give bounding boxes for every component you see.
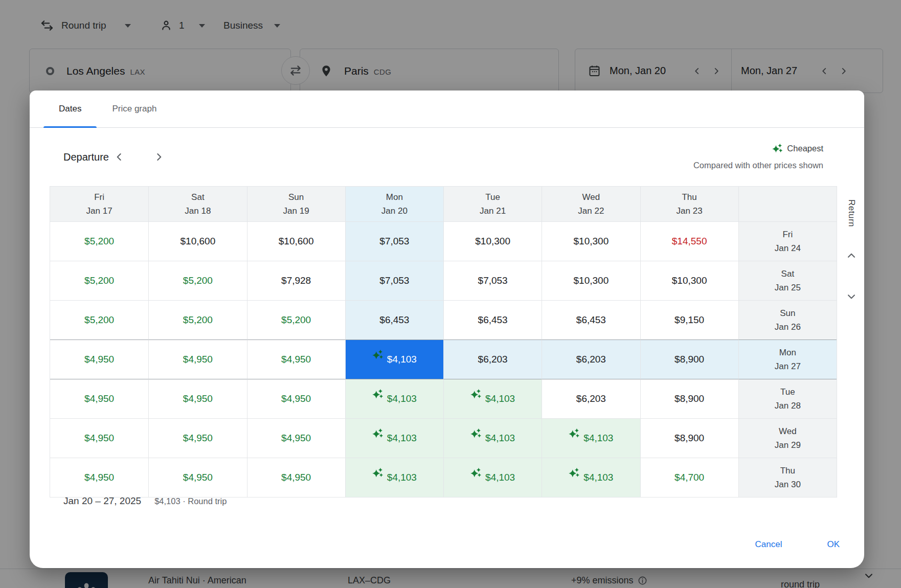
- price-cell[interactable]: $4,950: [50, 418, 148, 458]
- return-date-label: FriJan 24: [738, 221, 837, 261]
- price-cell[interactable]: $4,103: [345, 379, 443, 418]
- price-cell[interactable]: $4,950: [50, 379, 148, 418]
- departure-date-header: SunJan 19: [247, 187, 345, 221]
- departure-prev-week-button[interactable]: [109, 147, 129, 167]
- price-cell[interactable]: $10,300: [640, 261, 738, 300]
- price-cell[interactable]: $5,200: [50, 221, 148, 261]
- departure-date-header: MonJan 20: [345, 187, 443, 221]
- cheapest-sparkle-icon: [569, 428, 580, 439]
- departure-date-header: ThuJan 23: [640, 187, 738, 221]
- return-date-label: SatJan 25: [738, 261, 837, 300]
- price-cell[interactable]: $7,053: [345, 221, 443, 261]
- tab-price-graph[interactable]: Price graph: [97, 91, 172, 127]
- departure-date-header: FriJan 17: [50, 187, 148, 221]
- selection-summary: Jan 20 – 27, 2025 $4,103 · Round trip: [63, 495, 227, 507]
- ok-button[interactable]: OK: [819, 534, 848, 555]
- cheapest-sparkle-icon: [372, 428, 384, 439]
- price-cell[interactable]: $4,103: [443, 379, 542, 418]
- price-cell[interactable]: $4,950: [247, 458, 345, 497]
- price-cell[interactable]: $4,950: [50, 340, 148, 379]
- departure-date-header: WedJan 22: [542, 187, 640, 221]
- cheapest-legend: Cheapest Compared with other prices show…: [693, 140, 823, 174]
- return-date-label: TueJan 28: [738, 379, 837, 418]
- date-picker-dialog: Dates Price graph Departure Cheapest Com…: [30, 91, 864, 568]
- price-cell[interactable]: $4,950: [247, 340, 345, 379]
- price-cell[interactable]: $4,950: [50, 458, 148, 497]
- price-cell[interactable]: $4,950: [148, 379, 246, 418]
- return-date-label: SunJan 26: [738, 300, 837, 340]
- return-rail: Return: [839, 186, 864, 307]
- sparkle-icon: [772, 143, 783, 154]
- dialog-tabs: Dates Price graph: [30, 91, 864, 128]
- price-cell[interactable]: $4,950: [148, 458, 246, 497]
- price-cell[interactable]: $6,203: [443, 340, 542, 379]
- price-cell[interactable]: $5,200: [50, 300, 148, 340]
- price-cell[interactable]: $4,103: [542, 418, 640, 458]
- selected-price-cell[interactable]: $4,103: [345, 340, 443, 379]
- return-date-label: ThuJan 30: [738, 458, 837, 497]
- price-cell[interactable]: $8,900: [640, 379, 738, 418]
- price-cell[interactable]: $4,950: [247, 418, 345, 458]
- selected-price-summary: $4,103 · Round trip: [154, 496, 227, 506]
- price-cell[interactable]: $4,103: [542, 458, 640, 497]
- price-cell[interactable]: $8,900: [640, 418, 738, 458]
- return-axis-label: Return: [846, 199, 857, 227]
- return-date-label: WedJan 29: [738, 418, 837, 458]
- return-next-week-button[interactable]: [841, 286, 862, 307]
- screen: Round trip 1 Business Los AngelesLAX: [0, 0, 901, 588]
- cheapest-sparkle-icon: [372, 467, 384, 479]
- price-cell[interactable]: $10,300: [542, 221, 640, 261]
- price-cell[interactable]: $5,200: [148, 261, 246, 300]
- departure-next-week-button[interactable]: [149, 147, 169, 167]
- price-cell[interactable]: $10,600: [247, 221, 345, 261]
- price-cell[interactable]: $5,200: [50, 261, 148, 300]
- selected-date-range: Jan 20 – 27, 2025: [63, 495, 141, 507]
- price-cell[interactable]: $4,700: [640, 458, 738, 497]
- price-cell[interactable]: $4,103: [443, 458, 542, 497]
- price-cell[interactable]: $6,453: [443, 300, 542, 340]
- return-prev-week-button[interactable]: [841, 245, 862, 266]
- price-cell[interactable]: $5,200: [148, 300, 246, 340]
- price-cell[interactable]: $4,103: [345, 458, 443, 497]
- departure-heading: Departure: [63, 151, 109, 163]
- price-cell[interactable]: $5,200: [247, 300, 345, 340]
- cheapest-sparkle-icon: [470, 428, 482, 439]
- price-cell[interactable]: $4,950: [148, 340, 246, 379]
- price-cell[interactable]: $6,453: [542, 300, 640, 340]
- price-cell[interactable]: $4,103: [345, 418, 443, 458]
- cancel-button[interactable]: Cancel: [747, 534, 791, 555]
- cheapest-sparkle-icon: [569, 467, 580, 479]
- price-calendar-grid: FriJan 17SatJan 18SunJan 19MonJan 20TueJ…: [50, 186, 837, 497]
- departure-date-header: TueJan 21: [443, 187, 542, 221]
- price-cell[interactable]: $6,203: [542, 340, 640, 379]
- cheapest-sparkle-icon: [372, 349, 384, 360]
- price-cell[interactable]: $8,900: [640, 340, 738, 379]
- return-date-label: MonJan 27: [738, 340, 837, 379]
- price-cell[interactable]: $4,950: [247, 379, 345, 418]
- legend-note: Compared with other prices shown: [693, 157, 823, 174]
- price-cell[interactable]: $6,453: [345, 300, 443, 340]
- cheapest-sparkle-icon: [470, 389, 482, 400]
- price-cell[interactable]: $10,600: [148, 221, 246, 261]
- price-cell[interactable]: $7,928: [247, 261, 345, 300]
- price-cell[interactable]: $6,203: [542, 379, 640, 418]
- price-cell[interactable]: $9,150: [640, 300, 738, 340]
- price-cell[interactable]: $7,053: [443, 261, 542, 300]
- price-cell[interactable]: $4,950: [148, 418, 246, 458]
- departure-date-header: SatJan 18: [148, 187, 246, 221]
- price-cell[interactable]: $14,550: [640, 221, 738, 261]
- return-column-header: [738, 187, 837, 221]
- price-cell[interactable]: $10,300: [443, 221, 542, 261]
- cheapest-label: Cheapest: [787, 144, 823, 153]
- cheapest-sparkle-icon: [470, 467, 482, 479]
- cheapest-sparkle-icon: [372, 389, 384, 400]
- price-cell[interactable]: $7,053: [345, 261, 443, 300]
- tab-dates[interactable]: Dates: [43, 91, 97, 127]
- price-cell[interactable]: $10,300: [542, 261, 640, 300]
- price-cell[interactable]: $4,103: [443, 418, 542, 458]
